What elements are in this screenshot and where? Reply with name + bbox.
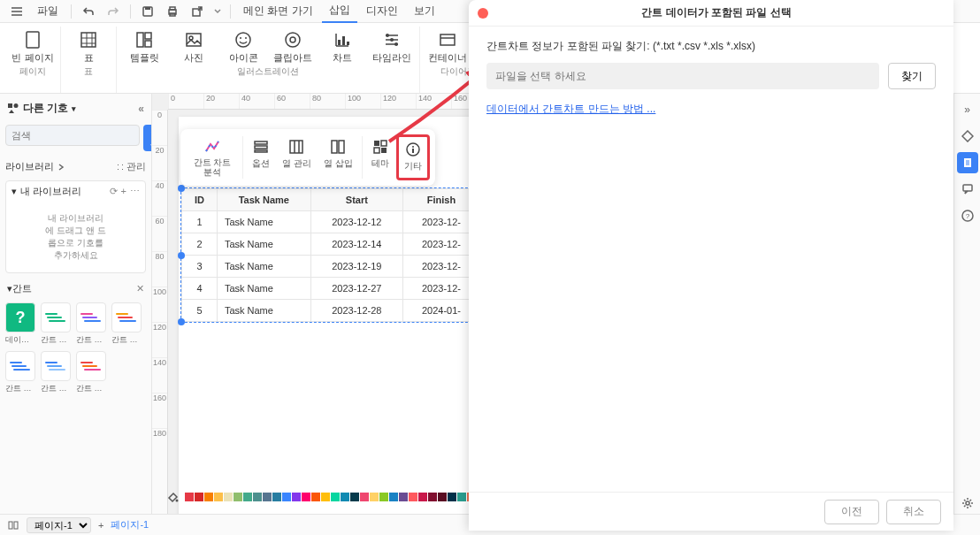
tab-design[interactable]: 디자인 bbox=[359, 0, 405, 23]
tab-main-screen[interactable]: 메인 화면 가기 bbox=[236, 0, 320, 23]
export-icon[interactable] bbox=[186, 2, 209, 21]
add-page-button[interactable]: + bbox=[98, 520, 103, 531]
color-swatch[interactable] bbox=[448, 493, 456, 501]
bucket-icon[interactable] bbox=[166, 491, 179, 503]
color-swatch[interactable] bbox=[321, 493, 330, 501]
chevron-down-icon[interactable] bbox=[211, 2, 225, 21]
diamond-icon[interactable] bbox=[957, 126, 978, 147]
gantt-thumb[interactable]: ? bbox=[5, 302, 35, 332]
hamburger-menu-icon[interactable] bbox=[5, 2, 28, 21]
save-icon[interactable] bbox=[136, 2, 159, 21]
page-select[interactable]: 페이지-1 bbox=[27, 517, 91, 533]
color-swatch[interactable] bbox=[185, 493, 194, 501]
chart-button[interactable]: 차트 bbox=[318, 27, 366, 63]
col-manage-button[interactable]: 열 관리 bbox=[277, 134, 317, 180]
gantt-thumb[interactable] bbox=[41, 302, 71, 332]
table-button[interactable]: 표 bbox=[65, 27, 112, 63]
color-swatch[interactable] bbox=[282, 493, 291, 501]
options-button[interactable]: 옵션 bbox=[247, 134, 275, 180]
page-tab[interactable]: 페이지-1 bbox=[111, 518, 149, 531]
more-icon[interactable]: ⋯ bbox=[130, 186, 140, 197]
color-swatch[interactable] bbox=[263, 493, 272, 501]
gantt-table[interactable]: IDTask NameStartFinish 1Task Name2023-12… bbox=[181, 188, 480, 322]
color-swatch[interactable] bbox=[195, 493, 203, 501]
color-swatch[interactable] bbox=[341, 493, 349, 501]
print-icon[interactable] bbox=[161, 2, 184, 21]
table-row[interactable]: 3Task Name2023-12-192023-12- bbox=[182, 256, 480, 278]
blank-page-button[interactable]: 빈 페이지 bbox=[9, 27, 57, 63]
modal-close-button[interactable] bbox=[478, 8, 488, 19]
color-swatch[interactable] bbox=[350, 493, 359, 501]
help-link[interactable]: 데이터에서 간트차트 만드는 방법 ... bbox=[486, 103, 655, 115]
table-row[interactable]: 1Task Name2023-12-122023-12- bbox=[182, 211, 480, 233]
search-button[interactable]: 검색 bbox=[143, 125, 152, 151]
color-swatch[interactable] bbox=[204, 493, 213, 501]
color-swatch[interactable] bbox=[272, 493, 281, 501]
analyze-button[interactable]: 간트 차트 분석 bbox=[186, 134, 239, 180]
color-swatch[interactable] bbox=[428, 493, 437, 501]
gear-icon[interactable] bbox=[957, 493, 978, 514]
resize-handle[interactable] bbox=[178, 185, 185, 192]
undo-icon[interactable] bbox=[77, 2, 100, 21]
gantt-thumb[interactable] bbox=[76, 302, 106, 332]
more-button[interactable]: 기타 bbox=[396, 134, 430, 180]
color-swatch[interactable] bbox=[253, 493, 262, 501]
color-swatch[interactable] bbox=[399, 493, 408, 501]
file-menu[interactable]: 파일 bbox=[30, 0, 65, 23]
comment-icon[interactable] bbox=[957, 179, 978, 200]
prev-button[interactable]: 이전 bbox=[824, 500, 879, 524]
file-path-input[interactable] bbox=[486, 63, 879, 89]
gantt-thumb[interactable] bbox=[111, 302, 142, 332]
color-swatch[interactable] bbox=[360, 493, 369, 501]
photo-button[interactable]: 사진 bbox=[170, 27, 218, 63]
expand-rail-icon[interactable]: » bbox=[957, 99, 978, 120]
color-swatch[interactable] bbox=[311, 493, 320, 501]
gantt-section-header[interactable]: ▾ 간트✕ bbox=[5, 279, 146, 299]
color-swatch[interactable] bbox=[234, 493, 242, 501]
collapse-icon[interactable]: « bbox=[138, 103, 144, 115]
color-swatch[interactable] bbox=[379, 493, 388, 501]
table-row[interactable]: 4Task Name2023-12-272023-12- bbox=[182, 278, 480, 300]
search-input[interactable] bbox=[5, 125, 140, 146]
color-swatch[interactable] bbox=[243, 493, 252, 501]
color-swatch[interactable] bbox=[214, 493, 223, 501]
gantt-thumb[interactable] bbox=[5, 351, 35, 381]
resize-handle[interactable] bbox=[178, 318, 185, 325]
cancel-button[interactable]: 취소 bbox=[886, 500, 941, 524]
clipart-button[interactable]: 클립아트 bbox=[269, 27, 317, 63]
pages-icon[interactable] bbox=[7, 519, 19, 531]
color-swatch[interactable] bbox=[409, 493, 417, 501]
color-swatch[interactable] bbox=[389, 493, 398, 501]
help-icon[interactable]: ? bbox=[957, 205, 978, 226]
gantt-table-selection[interactable]: IDTask NameStartFinish 1Task Name2023-12… bbox=[180, 187, 481, 323]
color-swatch[interactable] bbox=[457, 493, 466, 501]
color-swatch[interactable] bbox=[370, 493, 379, 501]
find-button[interactable]: 찾기 bbox=[888, 63, 936, 89]
timeline-button[interactable]: 타임라인 bbox=[368, 27, 416, 63]
manage-button[interactable]: 관리 bbox=[116, 160, 146, 173]
color-swatch[interactable] bbox=[302, 493, 310, 501]
redo-icon[interactable] bbox=[102, 2, 125, 21]
color-swatch[interactable] bbox=[331, 493, 340, 501]
add-icon[interactable]: + bbox=[121, 186, 126, 197]
theme-button[interactable]: 테마 bbox=[366, 134, 394, 180]
color-swatch[interactable] bbox=[418, 493, 427, 501]
gantt-thumb[interactable] bbox=[76, 351, 106, 381]
gantt-thumb[interactable] bbox=[41, 351, 71, 381]
doc-icon[interactable] bbox=[957, 152, 978, 173]
tab-view[interactable]: 보기 bbox=[407, 0, 442, 23]
icon-button[interactable]: 아이콘 bbox=[219, 27, 267, 63]
color-swatch[interactable] bbox=[292, 493, 301, 501]
container-button[interactable]: 컨테이너 bbox=[424, 27, 471, 63]
other-symbols-header[interactable]: 다른 기호 ▾ « bbox=[5, 97, 146, 119]
color-swatch[interactable] bbox=[438, 493, 447, 501]
tab-insert[interactable]: 삽입 bbox=[322, 0, 357, 23]
resize-handle[interactable] bbox=[178, 252, 185, 259]
table-row[interactable]: 5Task Name2023-12-282024-01- bbox=[182, 300, 480, 322]
color-swatch[interactable] bbox=[224, 493, 233, 501]
refresh-icon[interactable]: ⟳ bbox=[110, 186, 118, 197]
close-icon[interactable]: ✕ bbox=[136, 283, 144, 294]
template-button[interactable]: 템플릿 bbox=[120, 27, 168, 63]
col-insert-button[interactable]: 열 삽입 bbox=[318, 134, 358, 180]
my-library-header[interactable]: ▾내 라이브러리 ⟳ + ⋯ bbox=[6, 181, 145, 202]
